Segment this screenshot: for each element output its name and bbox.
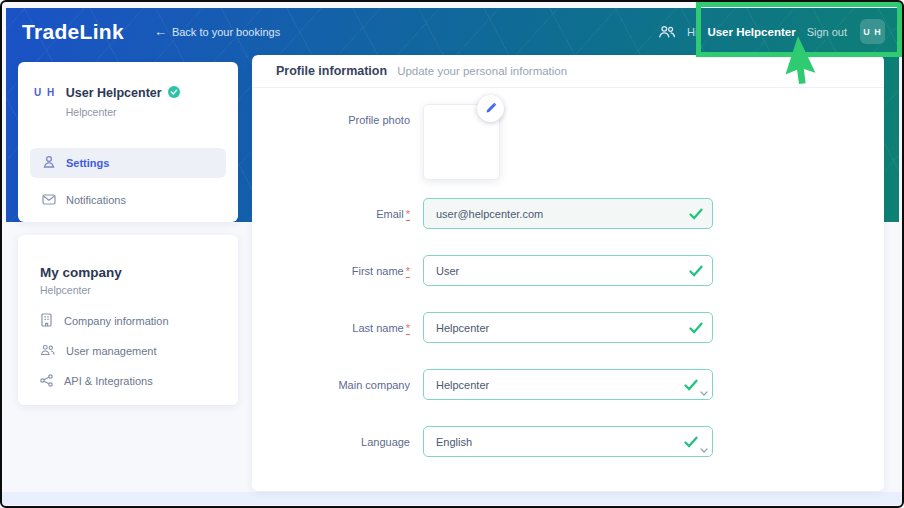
sidebar-item-label: API & Integrations (64, 375, 153, 387)
company-card-title: My company (40, 265, 228, 280)
last-name-field[interactable] (423, 312, 713, 343)
sidebar-item-label: Notifications (66, 194, 126, 206)
user-menu: Hi, User Helpcenter Sign out U H (658, 19, 885, 44)
email-label: Email (376, 208, 404, 220)
users-icon (40, 344, 55, 358)
sidebar-item-settings[interactable]: Settings (30, 148, 226, 178)
page-subtitle: Update your personal information (397, 65, 567, 77)
last-name-label: Last name (352, 322, 403, 334)
page-title: Profile information (276, 64, 387, 78)
language-select[interactable] (423, 426, 713, 457)
chevron-down-icon (700, 382, 708, 400)
sidebar-item-api-integrations[interactable]: API & Integrations (40, 366, 228, 396)
main-company-label: Main company (338, 379, 410, 391)
profile-photo-row: Profile photo (252, 104, 500, 180)
panel-header: Profile information Update your personal… (252, 55, 884, 88)
sidebar-item-user-management[interactable]: User management (40, 336, 228, 366)
profile-subtitle: Helpcenter (66, 106, 180, 118)
sidebar-item-label: Settings (66, 157, 109, 169)
sidebar-item-notifications[interactable]: Notifications (30, 185, 226, 215)
back-link-label: Back to your bookings (172, 26, 280, 38)
main-company-row: Main company (252, 369, 713, 400)
valid-check-icon (684, 434, 698, 452)
building-icon (40, 313, 53, 329)
user-name[interactable]: User Helpcenter (707, 26, 795, 38)
pencil-icon (485, 100, 497, 118)
profile-name: User Helpcenter (66, 86, 162, 100)
sign-out-link[interactable]: Sign out (807, 26, 847, 38)
back-to-bookings-link[interactable]: ← Back to your bookings (154, 25, 280, 38)
edit-photo-button[interactable] (477, 95, 504, 122)
valid-check-icon (684, 377, 698, 395)
profile-information-panel: Profile information Update your personal… (252, 55, 884, 491)
users-icon (658, 25, 676, 39)
first-name-row: First name* (252, 255, 713, 286)
sidebar-item-label: User management (66, 345, 157, 357)
first-name-label: First name (352, 265, 404, 277)
valid-check-icon (689, 263, 703, 281)
valid-check-icon (689, 320, 703, 338)
greeting-text: Hi, (687, 26, 700, 38)
verified-badge-icon (168, 84, 180, 102)
envelope-icon (42, 194, 56, 207)
last-name-row: Last name* (252, 312, 713, 343)
email-field[interactable] (423, 198, 713, 229)
required-mark: * (406, 265, 410, 277)
company-card: My company Helpcenter Company informatio… (18, 235, 238, 405)
profile-card: U H User Helpcenter Helpcenter Settings (18, 62, 238, 222)
profile-initials: U H (34, 84, 56, 118)
sidebar-item-company-information[interactable]: Company information (40, 306, 228, 336)
valid-check-icon (689, 206, 703, 224)
sidebar-item-label: Company information (64, 315, 169, 327)
bottom-strip (2, 492, 902, 505)
person-icon (42, 155, 56, 171)
profile-photo-label: Profile photo (252, 104, 423, 180)
share-nodes-icon (40, 374, 53, 389)
email-row: Email* (252, 198, 713, 229)
language-label: Language (361, 436, 410, 448)
app-logo[interactable]: TradeLink (22, 20, 124, 44)
company-card-subtitle: Helpcenter (40, 284, 228, 296)
first-name-field[interactable] (423, 255, 713, 286)
main-company-select[interactable] (423, 369, 713, 400)
required-mark: * (406, 208, 410, 220)
top-navbar: TradeLink ← Back to your bookings Hi, Us… (6, 8, 899, 55)
required-mark: * (406, 322, 410, 334)
back-arrow-icon: ← (154, 25, 167, 38)
language-row: Language (252, 426, 713, 457)
avatar[interactable]: U H (860, 19, 885, 44)
profile-head: U H User Helpcenter Helpcenter (30, 84, 226, 118)
chevron-down-icon (700, 439, 708, 457)
profile-photo-box[interactable] (423, 104, 500, 180)
